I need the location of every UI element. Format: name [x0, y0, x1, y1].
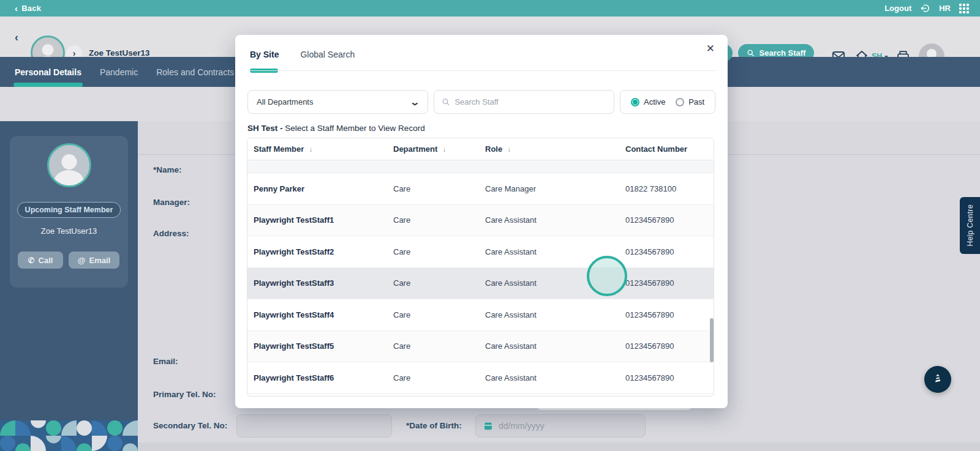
cell-contact: 01234567890: [619, 373, 714, 382]
cell-role: Care Assistant: [479, 215, 619, 225]
table-row[interactable]: Playwright TestStaff1 Care Care Assistan…: [247, 205, 714, 237]
department-dropdown[interactable]: All Departments ⌄: [247, 90, 428, 114]
cell-department: Care: [387, 310, 479, 319]
partially-scrolled-row: [247, 160, 714, 173]
sort-desc-icon: ↓: [309, 145, 312, 154]
staff-name: Zoe TestUser13: [89, 48, 150, 58]
call-button[interactable]: ✆ Call: [18, 252, 63, 269]
at-icon: @: [78, 256, 86, 265]
staff-sidebar: Upcoming Staff Member Zoe TestUser13 ✆ C…: [0, 121, 138, 451]
table-row[interactable]: Playwright TestStaff2 Care Care Assistan…: [247, 236, 714, 268]
cell-contact: 01234567890: [619, 278, 714, 288]
close-icon[interactable]: ✕: [706, 42, 715, 55]
modal-tab-divider: [247, 70, 715, 71]
status-radio-group: Active Past: [620, 90, 715, 114]
cell-contact: 01234567890: [619, 310, 714, 319]
cell-department: Care: [387, 373, 479, 382]
cell-department: Care: [387, 184, 479, 193]
top-bar: ‹ Back Logout HR: [0, 0, 980, 17]
cell-department: Care: [387, 278, 479, 288]
staff-search-input[interactable]: [454, 97, 606, 106]
cell-staff-member: Penny Parker: [247, 184, 387, 193]
secondary-tel-input[interactable]: [236, 414, 392, 438]
table-row-hovered[interactable]: Playwright TestStaff3 Care Care Assistan…: [247, 268, 714, 300]
field-label-manager: Manager:: [153, 198, 190, 207]
search-icon: [747, 49, 755, 57]
app-screen: ‹ Back Logout HR ‹ › Zoe TestUser13 Sear…: [0, 0, 980, 451]
lighthouse-icon: [931, 373, 944, 386]
status-badge: Upcoming Staff Member: [17, 202, 121, 218]
cell-department: Care: [387, 247, 479, 256]
column-label: Role: [485, 144, 502, 154]
help-lighthouse-button[interactable]: [924, 366, 951, 393]
cell-role: Care Assistant: [479, 247, 619, 256]
field-label-primary-tel: Primary Tel. No:: [153, 390, 216, 399]
logout-icon[interactable]: [920, 3, 930, 13]
tab-global-search[interactable]: Global Search: [300, 50, 355, 59]
back-label: Back: [21, 4, 41, 13]
radio-active-label: Active: [644, 97, 665, 106]
table-row[interactable]: Playwright TestStaff6 Care Care Assistan…: [247, 362, 714, 394]
tab-by-site[interactable]: By Site: [250, 50, 279, 59]
sort-desc-icon: ↓: [442, 145, 446, 154]
radio-past-label: Past: [688, 97, 704, 106]
calendar-icon: [483, 421, 493, 431]
nav-tab-personal-details[interactable]: Personal Details: [15, 57, 81, 87]
radio-past-dot: [676, 98, 684, 106]
column-label: Department: [393, 144, 437, 154]
help-centre-tab[interactable]: Help Centre: [960, 197, 980, 254]
column-staff-member[interactable]: Staff Member ↓: [247, 144, 387, 154]
sort-desc-icon: ↓: [507, 145, 511, 154]
nav-tab-roles-contracts[interactable]: Roles and Contracts: [156, 57, 234, 87]
top-bar-right: Logout HR: [884, 3, 969, 13]
help-centre-label: Help Centre: [966, 204, 974, 246]
table-scrollbar[interactable]: [710, 318, 714, 362]
cell-contact: 01234567890: [619, 247, 714, 256]
email-button[interactable]: @ Email: [69, 252, 119, 269]
table-row[interactable]: Playwright TestStaff4 Care Care Assistan…: [247, 299, 714, 331]
cell-contact: 01822 738100: [619, 184, 714, 193]
table-row[interactable]: Penny Parker Care Care Manager 01822 738…: [247, 173, 714, 205]
back-button[interactable]: ‹ Back: [15, 4, 41, 13]
phone-icon: ✆: [28, 256, 35, 265]
call-label: Call: [39, 256, 53, 265]
cell-role: Care Assistant: [479, 310, 619, 319]
cell-department: Care: [387, 215, 479, 225]
staff-search-box: [434, 90, 615, 114]
column-department[interactable]: Department ↓: [387, 144, 479, 154]
email-label: Email: [89, 256, 111, 265]
field-label-name: *Name:: [153, 165, 182, 174]
cell-role: Care Assistant: [479, 341, 619, 351]
cell-role: Care Assistant: [479, 373, 619, 382]
staff-search-modal: ✕ By Site Global Search All Departments …: [235, 35, 728, 408]
decorative-pattern: [0, 420, 138, 451]
back-chevron-icon: ‹: [15, 4, 18, 13]
table-row[interactable]: Playwright TestStaff5 Care Care Assistan…: [247, 331, 714, 363]
modal-tabs: By Site Global Search: [250, 50, 355, 59]
cell-department: Care: [387, 341, 479, 351]
logout-button[interactable]: Logout: [884, 4, 911, 13]
dob-placeholder: dd/mm/yyyy: [499, 421, 545, 431]
previous-staff-chevron[interactable]: ‹: [15, 31, 18, 44]
cell-staff-member: Playwright TestStaff4: [247, 310, 387, 319]
column-role[interactable]: Role ↓: [479, 144, 619, 154]
search-staff-label: Search Staff: [760, 48, 806, 58]
nav-tab-pandemic[interactable]: Pandemic: [100, 57, 138, 87]
apps-grid-icon[interactable]: [959, 4, 969, 13]
radio-past[interactable]: Past: [676, 97, 704, 106]
cell-staff-member: Playwright TestStaff6: [247, 373, 387, 382]
column-contact-number[interactable]: Contact Number: [619, 144, 714, 154]
cell-contact: 01234567890: [619, 215, 714, 225]
cell-staff-member: Playwright TestStaff1: [247, 215, 387, 225]
sidebar-avatar: [47, 143, 91, 187]
field-label-email: Email:: [153, 357, 178, 366]
field-label-secondary-tel: Secondary Tel. No:: [153, 421, 227, 430]
staff-summary-card: Upcoming Staff Member Zoe TestUser13 ✆ C…: [10, 136, 128, 288]
cell-staff-member: Playwright TestStaff3: [247, 278, 387, 288]
column-label: Staff Member: [254, 144, 304, 154]
dob-input[interactable]: dd/mm/yyyy: [475, 414, 646, 438]
cell-staff-member: Playwright TestStaff2: [247, 247, 387, 256]
staff-table-header: Staff Member ↓ Department ↓ Role ↓ Conta…: [247, 138, 714, 160]
radio-active-dot: [631, 98, 639, 106]
radio-active[interactable]: Active: [631, 97, 665, 106]
